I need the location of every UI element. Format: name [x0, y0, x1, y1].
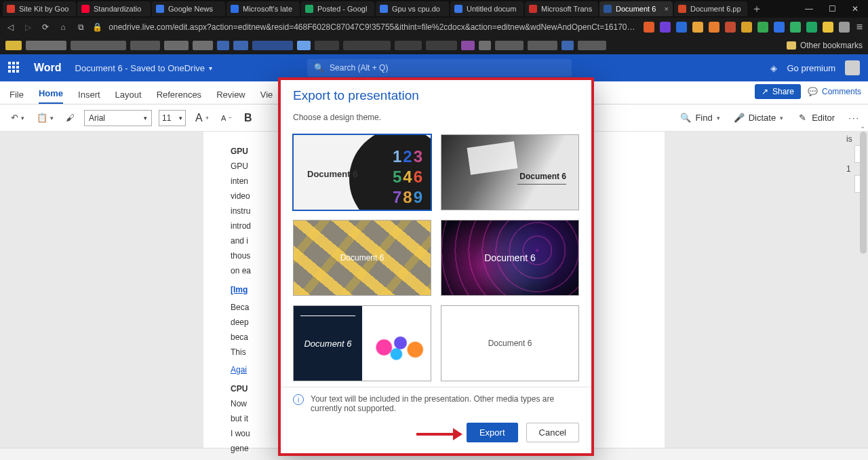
browser-tab[interactable]: Standardizatio — [77, 1, 151, 16]
ribbon-tab-file[interactable]: File — [9, 85, 24, 104]
nav-reload-icon[interactable]: ⟳ — [41, 22, 50, 32]
browser-tab[interactable]: Site Kit by Goo — [3, 1, 76, 16]
browser-tab[interactable]: Microsoft's late — [226, 1, 300, 16]
extension-icon[interactable] — [774, 22, 785, 33]
bookmark-item[interactable] — [315, 41, 339, 50]
bookmark-item[interactable] — [71, 41, 126, 50]
browser-tab[interactable]: Google News — [152, 1, 225, 16]
nav-device-icon[interactable]: ⧉ — [76, 22, 85, 32]
extension-icon[interactable] — [660, 22, 671, 33]
bookmark-item[interactable] — [395, 41, 422, 50]
extension-icon[interactable] — [741, 22, 752, 33]
format-painter-button[interactable]: 🖌 — [63, 111, 77, 124]
browser-tab[interactable]: Document 6.pp — [674, 1, 747, 16]
theme-option-4[interactable]: Document 6 — [441, 220, 579, 296]
browser-tab[interactable]: Microsoft Trans — [525, 1, 598, 16]
shrink-font-button[interactable]: A− — [218, 113, 235, 123]
bookmark-item[interactable] — [578, 41, 606, 50]
other-bookmarks[interactable]: Other bookmarks — [787, 41, 863, 50]
grow-font-button[interactable]: A+ — [193, 111, 212, 126]
dialog-info: i Your text will be included in the pres… — [281, 387, 591, 413]
bookmark-item[interactable] — [528, 41, 557, 50]
bookmark-item[interactable] — [495, 41, 524, 50]
theme-option-2[interactable]: Document 6 — [441, 134, 579, 210]
tab-favicon — [7, 5, 15, 13]
ribbon-tab-home[interactable]: Home — [39, 84, 63, 104]
bookmark-item[interactable] — [5, 41, 22, 50]
theme-option-3[interactable]: Document 6 — [293, 220, 431, 296]
extension-icon[interactable] — [644, 22, 654, 33]
font-size-select[interactable]: 11 ▾ — [159, 110, 186, 126]
ribbon-tab-insert[interactable]: Insert — [78, 85, 100, 104]
browser-tab[interactable]: Untitled docum — [450, 1, 524, 16]
ribbon-tab-vie[interactable]: Vie — [260, 85, 273, 104]
bookmark-item[interactable] — [164, 41, 189, 50]
paste-button[interactable]: 📋 ▾ — [34, 111, 56, 124]
browser-tab[interactable]: Posted - Googl — [301, 1, 374, 16]
bookmark-item[interactable] — [479, 41, 491, 50]
extension-icon[interactable] — [823, 22, 833, 33]
comments-button[interactable]: 💬 Comments — [808, 87, 861, 96]
ribbon-tab-review[interactable]: Review — [216, 85, 245, 104]
document-name[interactable]: Document 6 - Saved to OneDrive ▾ — [75, 63, 212, 73]
collapse-ribbon-icon[interactable]: ⌄ — [860, 122, 865, 130]
theme-label: Document 6 — [488, 339, 532, 348]
chevron-down-icon: ▾ — [144, 115, 147, 121]
more-button[interactable]: ··· — [848, 113, 860, 123]
bookmark-item[interactable] — [297, 41, 311, 50]
address-bar-row: ◁ ▷ ⟳ ⌂ ⧉ 🔒 onedrive.live.com/edit.aspx?… — [0, 18, 868, 37]
extension-icon[interactable] — [692, 22, 703, 33]
font-name-value: Arial — [89, 113, 105, 123]
extension-icon[interactable] — [676, 22, 687, 33]
bookmark-item[interactable] — [343, 41, 391, 50]
bookmark-item[interactable] — [252, 41, 293, 50]
doc-line[interactable]: used — [231, 457, 637, 460]
bookmark-item[interactable] — [217, 41, 229, 50]
bookmark-item[interactable] — [26, 41, 66, 50]
export-button[interactable]: Export — [467, 423, 518, 442]
nav-back-icon[interactable]: ◁ — [5, 22, 15, 32]
theme-option-5[interactable]: Document 6 — [293, 305, 431, 381]
bookmark-item[interactable] — [461, 41, 475, 50]
undo-button[interactable]: ↶ ▾ — [8, 111, 27, 124]
browser-menu-icon[interactable]: ≡ — [856, 21, 863, 33]
share-button[interactable]: ↗ Share — [755, 84, 801, 99]
vertical-scrollbar[interactable] — [860, 132, 867, 254]
address-bar[interactable]: 🔒 onedrive.live.com/edit.aspx?action=edi… — [92, 22, 637, 32]
word-brand[interactable]: Word — [34, 62, 62, 74]
editor-button[interactable]: ✎ Editor — [797, 113, 835, 123]
dictate-button[interactable]: 🎤 Dictate ▾ — [734, 113, 783, 123]
bookmark-item[interactable] — [561, 41, 574, 50]
nav-forward-icon[interactable]: ▷ — [23, 22, 33, 32]
close-icon[interactable]: × — [665, 5, 669, 13]
extension-icon[interactable] — [839, 22, 850, 33]
new-tab-button[interactable]: ＋ — [749, 1, 765, 16]
extension-icon[interactable] — [725, 22, 736, 33]
bold-button[interactable]: B — [241, 111, 255, 126]
theme-option-1[interactable]: 123546789 Document 6 — [293, 134, 431, 210]
extension-icon[interactable] — [757, 22, 768, 33]
extension-icon[interactable] — [709, 22, 719, 33]
bookmark-item[interactable] — [426, 41, 457, 50]
window-close[interactable]: ✕ — [850, 4, 860, 14]
avatar[interactable] — [845, 60, 860, 75]
bookmark-item[interactable] — [193, 41, 213, 50]
bookmark-item[interactable] — [130, 41, 160, 50]
ribbon-tab-layout[interactable]: Layout — [115, 85, 142, 104]
go-premium-link[interactable]: Go premium — [787, 63, 835, 73]
extension-icon[interactable] — [790, 22, 801, 33]
search-input[interactable]: 🔍 Search (Alt + Q) — [307, 59, 572, 77]
theme-option-6[interactable]: Document 6 — [441, 305, 579, 381]
find-button[interactable]: 🔍 Find ▾ — [680, 113, 719, 123]
nav-home-icon[interactable]: ⌂ — [58, 22, 68, 32]
window-minimize[interactable]: — — [804, 4, 814, 14]
cancel-button[interactable]: Cancel — [526, 423, 579, 442]
window-maximize[interactable]: ☐ — [827, 4, 837, 14]
app-launcher-icon[interactable] — [8, 62, 20, 74]
browser-tab[interactable]: Document 6× — [599, 1, 673, 16]
ribbon-tab-references[interactable]: References — [157, 85, 201, 104]
extension-icon[interactable] — [806, 22, 817, 33]
bookmark-item[interactable] — [233, 41, 248, 50]
browser-tab[interactable]: Gpu vs cpu.do — [376, 1, 449, 16]
font-name-select[interactable]: Arial ▾ — [84, 110, 152, 126]
